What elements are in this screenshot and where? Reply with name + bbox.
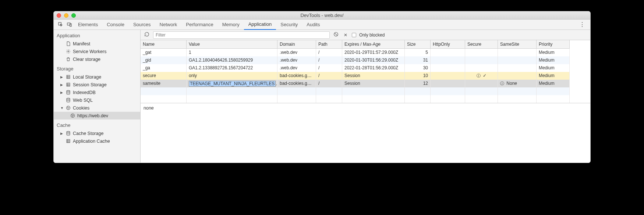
sidebar-item-manifest[interactable]: Manifest: [54, 40, 140, 48]
cell-value-editing[interactable]: TEENAGE_MUTANT_NINJA_FLEURTLES: [189, 81, 276, 87]
cell-httponly[interactable]: [431, 80, 465, 87]
tab-performance[interactable]: Performance: [181, 20, 217, 30]
tab-console[interactable]: Console: [102, 20, 129, 30]
sidebar-item-indexeddb[interactable]: ▶IndexedDB: [54, 89, 140, 96]
sidebar-item-application-cache[interactable]: Application Cache: [54, 137, 140, 145]
cell-expires[interactable]: Session: [342, 72, 405, 80]
tab-audits[interactable]: Audits: [302, 20, 324, 30]
cell-domain[interactable]: .web.dev: [277, 64, 316, 72]
tab-network[interactable]: Network: [155, 20, 182, 30]
cell-name[interactable]: samesite: [141, 80, 187, 87]
cell-priority[interactable]: Medium: [537, 56, 570, 64]
close-icon[interactable]: [57, 13, 61, 18]
sidebar-item-cache-storage[interactable]: ▶Cache Storage: [54, 129, 140, 137]
column-header-path[interactable]: Path: [316, 40, 342, 49]
cell-value[interactable]: 1: [187, 49, 277, 56]
disclosure-arrow-icon[interactable]: ▼: [60, 106, 63, 110]
cell-size[interactable]: 10: [405, 72, 431, 80]
cell-priority[interactable]: Medium: [537, 72, 570, 80]
cell-path[interactable]: /: [316, 72, 342, 80]
cell-path[interactable]: /: [316, 64, 342, 72]
refresh-icon[interactable]: [144, 32, 150, 38]
column-header-value[interactable]: Value: [187, 40, 277, 49]
more-icon[interactable]: ⋮: [576, 21, 588, 28]
table-row[interactable]: secureonlybad-cookies.g…/Session10Medium: [141, 72, 590, 80]
cell-size[interactable]: 12: [405, 80, 431, 87]
only-blocked-checkbox[interactable]: [352, 33, 356, 37]
cell-secure[interactable]: [465, 64, 498, 72]
minimize-icon[interactable]: [64, 13, 68, 18]
cell-priority[interactable]: Medium: [537, 49, 570, 56]
cell-httponly[interactable]: [431, 49, 465, 56]
cell-value[interactable]: GA1.2.1338892726.1567204722: [187, 64, 277, 72]
cell-secure[interactable]: [465, 72, 498, 80]
cell-priority[interactable]: Medium: [537, 80, 570, 87]
column-header-samesite[interactable]: SameSite: [498, 40, 537, 49]
column-header-priority[interactable]: Priority: [537, 40, 570, 49]
sidebar-item-service-workers[interactable]: Service Workers: [54, 48, 140, 55]
tab-elements[interactable]: Elements: [74, 20, 102, 30]
table-row[interactable]: _gaGA1.2.1338892726.1567204722.web.dev/2…: [141, 64, 590, 72]
cell-expires[interactable]: 2022-01-28T01:56:29.000Z: [342, 64, 405, 72]
tab-security[interactable]: Security: [276, 20, 302, 30]
column-header-httponly[interactable]: HttpOnly: [431, 40, 465, 49]
sidebar-item-clear-storage[interactable]: Clear storage: [54, 55, 140, 63]
cell-priority[interactable]: Medium: [537, 64, 570, 72]
column-header-domain[interactable]: Domain: [277, 40, 316, 49]
cell-samesite[interactable]: [498, 64, 537, 72]
cell-samesite[interactable]: None: [498, 80, 537, 87]
device-toggle-icon[interactable]: [65, 20, 74, 29]
disclosure-arrow-icon[interactable]: ▶: [60, 75, 63, 79]
cell-domain[interactable]: .web.dev: [277, 56, 316, 64]
table-row[interactable]: samesiteTEENAGE_MUTANT_NINJA_FLEURTLESba…: [141, 80, 590, 87]
tab-memory[interactable]: Memory: [218, 20, 244, 30]
cell-secure[interactable]: [465, 49, 498, 56]
sidebar-item-https-web-dev[interactable]: https://web.dev: [54, 112, 140, 119]
block-icon[interactable]: [333, 32, 339, 38]
cell-size[interactable]: 30: [405, 64, 431, 72]
cell-path[interactable]: /: [316, 56, 342, 64]
sidebar-item-cookies[interactable]: ▼Cookies: [54, 104, 140, 112]
sidebar-item-local-storage[interactable]: ▶Local Storage: [54, 73, 140, 81]
column-header-secure[interactable]: Secure: [465, 40, 498, 49]
inspect-icon[interactable]: [56, 20, 65, 29]
sidebar-item-web-sql[interactable]: Web SQL: [54, 96, 140, 104]
cell-samesite[interactable]: [498, 49, 537, 56]
cell-path[interactable]: /: [316, 80, 342, 87]
cell-secure[interactable]: [465, 80, 498, 87]
cell-samesite[interactable]: [498, 72, 537, 80]
sidebar-item-session-storage[interactable]: ▶Session Storage: [54, 81, 140, 89]
clear-icon[interactable]: ✕: [342, 32, 349, 38]
column-header-expires-max-age[interactable]: Expires / Max-Age: [342, 40, 405, 49]
cell-name[interactable]: secure: [141, 72, 187, 80]
column-header-size[interactable]: Size: [405, 40, 431, 49]
cell-name[interactable]: _gat: [141, 49, 187, 56]
disclosure-arrow-icon[interactable]: ▶: [60, 132, 63, 135]
cell-value[interactable]: only: [187, 72, 277, 80]
cell-domain[interactable]: bad-cookies.g…: [277, 80, 316, 87]
cell-value[interactable]: GA1.2.1804046426.1580259929: [187, 56, 277, 64]
cell-path[interactable]: /: [316, 49, 342, 56]
cell-expires[interactable]: 2020-01-29T01:57:29.000Z: [342, 49, 405, 56]
cell-domain[interactable]: bad-cookies.g…: [277, 72, 316, 80]
cell-secure[interactable]: [465, 56, 498, 64]
cell-samesite[interactable]: [498, 56, 537, 64]
cell-expires[interactable]: Session: [342, 80, 405, 87]
cell-expires[interactable]: 2020-01-30T01:56:29.000Z: [342, 56, 405, 64]
filter-input[interactable]: [153, 31, 330, 39]
cell-name[interactable]: _ga: [141, 64, 187, 72]
cell-httponly[interactable]: [431, 72, 465, 80]
cell-size[interactable]: 31: [405, 56, 431, 64]
cell-size[interactable]: 5: [405, 49, 431, 56]
tab-sources[interactable]: Sources: [129, 20, 155, 30]
cell-value[interactable]: TEENAGE_MUTANT_NINJA_FLEURTLES: [187, 80, 277, 87]
cell-httponly[interactable]: [431, 56, 465, 64]
cell-domain[interactable]: .web.dev: [277, 49, 316, 56]
disclosure-arrow-icon[interactable]: ▶: [60, 91, 63, 94]
cell-httponly[interactable]: [431, 64, 465, 72]
column-header-name[interactable]: Name: [141, 40, 187, 49]
table-row[interactable]: _gidGA1.2.1804046426.1580259929.web.dev/…: [141, 56, 590, 64]
table-row[interactable]: _gat1.web.dev/2020-01-29T01:57:29.000Z5M…: [141, 49, 590, 56]
zoom-icon[interactable]: [71, 13, 76, 18]
cell-name[interactable]: _gid: [141, 56, 187, 64]
